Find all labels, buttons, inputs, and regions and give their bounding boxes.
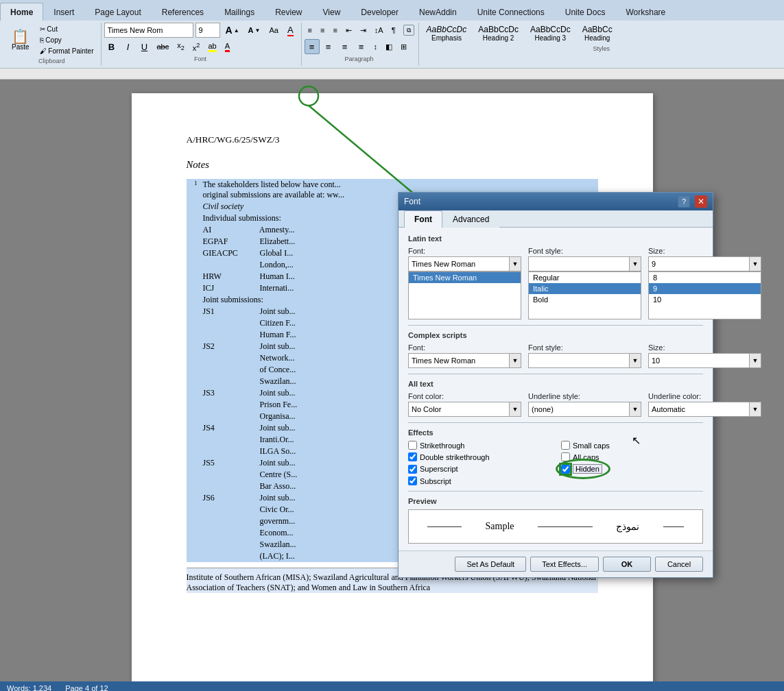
small-caps-checkbox[interactable] <box>561 441 570 450</box>
font-name-input[interactable] <box>104 23 193 38</box>
font-name-dropdown[interactable]: ▼ <box>509 256 521 271</box>
numbering-button[interactable]: ≡ <box>317 23 328 38</box>
size-field[interactable] <box>648 256 749 271</box>
ok-button[interactable]: OK <box>603 557 651 572</box>
font-size-input[interactable] <box>195 23 220 38</box>
tab-references[interactable]: References <box>152 3 214 21</box>
cs-size-dropdown[interactable]: ▼ <box>749 353 761 368</box>
size-9[interactable]: 9 <box>649 283 761 294</box>
font-style-dropdown[interactable]: ▼ <box>629 256 641 271</box>
cs-font-dropdown[interactable]: ▼ <box>509 353 521 368</box>
font-style-field[interactable] <box>528 256 629 271</box>
tab-insert[interactable]: Insert <box>43 3 84 21</box>
size-dropdown[interactable]: ▼ <box>749 256 761 271</box>
paste-button[interactable]: 📋 Paste <box>7 27 34 53</box>
increase-indent-button[interactable]: ⇥ <box>357 23 370 38</box>
size-8[interactable]: 8 <box>649 272 761 283</box>
double-strikethrough-checkbox[interactable] <box>408 452 417 461</box>
cs-style-combo: ▼ <box>528 353 641 368</box>
tab-view[interactable]: View <box>313 3 351 21</box>
shrink-font-button[interactable]: A ▼ <box>245 23 264 38</box>
cs-font-field[interactable] <box>408 353 509 368</box>
copy-button[interactable]: ⎘ Copy <box>37 35 97 45</box>
style-italic[interactable]: Italic <box>529 283 641 294</box>
multilevel-list-button[interactable]: ≡ <box>329 23 340 38</box>
cs-size-field[interactable] <box>648 353 749 368</box>
align-right-button[interactable]: ≡ <box>337 39 353 54</box>
dialog-help-button[interactable]: ? <box>678 195 690 208</box>
font-color-dropdown[interactable]: ▼ <box>509 402 521 417</box>
paragraph-launcher[interactable]: ⧉ <box>403 25 414 36</box>
cancel-button[interactable]: Cancel <box>655 557 703 572</box>
subscript-button[interactable]: x2 <box>174 39 188 54</box>
style-heading3-button[interactable]: AaBbCcDc Heading 3 <box>525 23 575 44</box>
tab-review[interactable]: Review <box>265 3 312 21</box>
font-style-list[interactable]: Regular Italic Bold <box>528 271 641 319</box>
bullets-button[interactable]: ≡ <box>305 23 316 38</box>
style-heading2-button[interactable]: AaBbCcDc Heading 2 <box>473 23 523 44</box>
format-painter-button[interactable]: 🖌 Format Painter <box>37 46 97 56</box>
dialog-close-button[interactable]: ✕ <box>695 195 707 208</box>
strikethrough-checkbox[interactable] <box>408 441 417 450</box>
borders-button[interactable]: ⊞ <box>397 39 410 54</box>
superscript-checkbox[interactable] <box>408 465 417 474</box>
dialog-tab-advanced[interactable]: Advanced <box>442 210 499 228</box>
highlight-button[interactable]: ab <box>204 39 219 54</box>
superscript-button[interactable]: x2 <box>189 39 204 54</box>
cut-button[interactable]: ✂ Cut <box>37 24 97 34</box>
sort-button[interactable]: ↕A <box>371 23 387 38</box>
align-center-button[interactable]: ≡ <box>321 39 336 54</box>
underline-style-dropdown[interactable]: ▼ <box>629 402 641 417</box>
show-marks-button[interactable]: ¶ <box>388 23 399 38</box>
align-left-button[interactable]: ≡ <box>305 39 320 54</box>
shading-button[interactable]: ◧ <box>382 39 396 54</box>
all-caps-checkbox[interactable] <box>561 452 570 461</box>
font-name-list[interactable]: Times New Roman <box>408 271 521 319</box>
clipboard-label: Clipboard <box>38 58 65 64</box>
cs-style-dropdown[interactable]: ▼ <box>629 353 641 368</box>
hidden-checkbox[interactable] <box>561 465 570 474</box>
tab-newaddin[interactable]: NewAddin <box>409 3 467 21</box>
strikethrough-button[interactable]: abc <box>154 39 173 54</box>
text-effects-button[interactable]: Text Effects... <box>530 557 599 572</box>
style-emphasis-button[interactable]: AaBbCcDc Emphasis <box>422 23 472 44</box>
size-list[interactable]: 8 9 10 <box>648 271 761 319</box>
underline-color-dropdown[interactable]: ▼ <box>749 402 761 417</box>
style-heading-button[interactable]: AaBbCc Heading <box>578 23 617 44</box>
grow-font-button[interactable]: A ▲ <box>222 23 243 38</box>
size-10[interactable]: 10 <box>649 294 761 305</box>
style-bold[interactable]: Bold <box>529 294 641 305</box>
preview-line-left <box>427 526 462 527</box>
italic-button[interactable]: I <box>121 39 136 54</box>
change-case-button[interactable]: Aa <box>265 23 281 38</box>
paste-icon: 📋 <box>12 29 29 43</box>
effects-grid: Strikethrough Small caps Double striketh… <box>408 441 703 485</box>
font-color-field[interactable] <box>408 402 509 417</box>
font-style-combo: ▼ <box>528 256 641 271</box>
font-list-item-times[interactable]: Times New Roman <box>409 272 521 283</box>
style-regular[interactable]: Regular <box>529 272 641 283</box>
subscript-label: Subscript <box>420 477 451 485</box>
font-color-button[interactable]: A <box>222 39 233 54</box>
tab-page-layout[interactable]: Page Layout <box>84 3 151 21</box>
decrease-indent-button[interactable]: ⇤ <box>342 23 355 38</box>
tab-unite-docs[interactable]: Unite Docs <box>555 3 616 21</box>
line-spacing-button[interactable]: ↕ <box>370 39 381 54</box>
tab-workshare[interactable]: Workshare <box>615 3 676 21</box>
increase-indent-icon: ⇥ <box>360 26 366 35</box>
underline-button[interactable]: U <box>137 39 152 54</box>
justify-button[interactable]: ≡ <box>354 39 369 54</box>
clear-formatting-button[interactable]: A <box>284 23 297 38</box>
underline-style-field[interactable] <box>528 402 629 417</box>
tab-home[interactable]: Home <box>0 3 43 21</box>
tab-unite-connections[interactable]: Unite Connections <box>467 3 555 21</box>
underline-color-field[interactable] <box>648 402 749 417</box>
set-default-button[interactable]: Set As Default <box>455 557 526 572</box>
cs-style-field[interactable] <box>528 353 629 368</box>
tab-developer[interactable]: Developer <box>351 3 409 21</box>
subscript-checkbox[interactable] <box>408 476 417 485</box>
tab-mailings[interactable]: Mailings <box>214 3 265 21</box>
bold-button[interactable]: B <box>104 39 119 54</box>
dialog-tab-font[interactable]: Font <box>404 210 442 228</box>
font-name-field[interactable] <box>408 256 509 271</box>
